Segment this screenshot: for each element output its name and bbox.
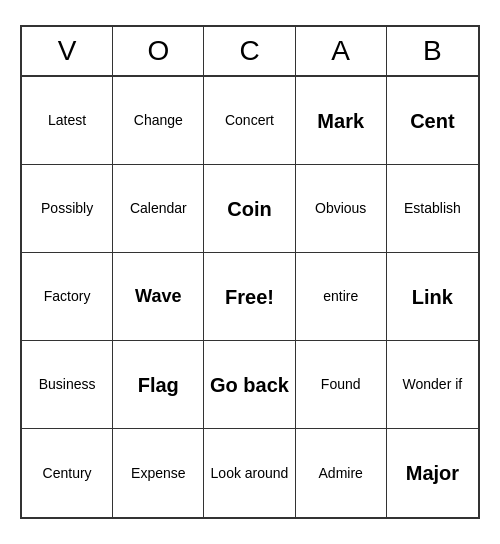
- bingo-cell-8: Obvious: [296, 165, 387, 253]
- bingo-cell-3: Mark: [296, 77, 387, 165]
- bingo-cell-7: Coin: [204, 165, 295, 253]
- bingo-cell-4: Cent: [387, 77, 478, 165]
- bingo-cell-13: entire: [296, 253, 387, 341]
- bingo-grid: LatestChangeConcertMarkCentPossiblyCalen…: [22, 77, 478, 517]
- bingo-cell-10: Factory: [22, 253, 113, 341]
- header-col-c: C: [204, 27, 295, 75]
- bingo-cell-9: Establish: [387, 165, 478, 253]
- header-col-a: A: [296, 27, 387, 75]
- bingo-cell-14: Link: [387, 253, 478, 341]
- header-col-v: V: [22, 27, 113, 75]
- bingo-cell-16: Flag: [113, 341, 204, 429]
- bingo-cell-22: Look around: [204, 429, 295, 517]
- bingo-cell-18: Found: [296, 341, 387, 429]
- bingo-cell-0: Latest: [22, 77, 113, 165]
- bingo-card: VOCAB LatestChangeConcertMarkCentPossibl…: [20, 25, 480, 519]
- bingo-cell-19: Wonder if: [387, 341, 478, 429]
- bingo-cell-23: Admire: [296, 429, 387, 517]
- header-col-o: O: [113, 27, 204, 75]
- bingo-cell-12: Free!: [204, 253, 295, 341]
- bingo-cell-15: Business: [22, 341, 113, 429]
- bingo-cell-20: Century: [22, 429, 113, 517]
- bingo-cell-17: Go back: [204, 341, 295, 429]
- bingo-cell-5: Possibly: [22, 165, 113, 253]
- bingo-header: VOCAB: [22, 27, 478, 77]
- bingo-cell-6: Calendar: [113, 165, 204, 253]
- header-col-b: B: [387, 27, 478, 75]
- bingo-cell-11: Wave: [113, 253, 204, 341]
- bingo-cell-21: Expense: [113, 429, 204, 517]
- bingo-cell-24: Major: [387, 429, 478, 517]
- bingo-cell-2: Concert: [204, 77, 295, 165]
- bingo-cell-1: Change: [113, 77, 204, 165]
